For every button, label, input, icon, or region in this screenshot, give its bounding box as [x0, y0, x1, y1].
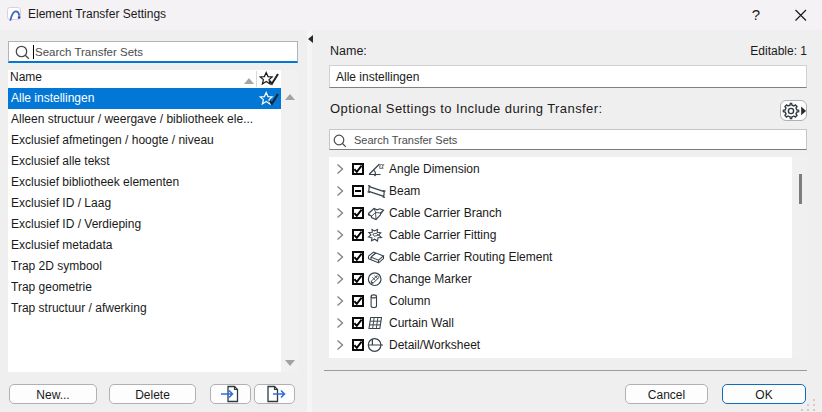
svg-text:α: α: [379, 161, 385, 171]
